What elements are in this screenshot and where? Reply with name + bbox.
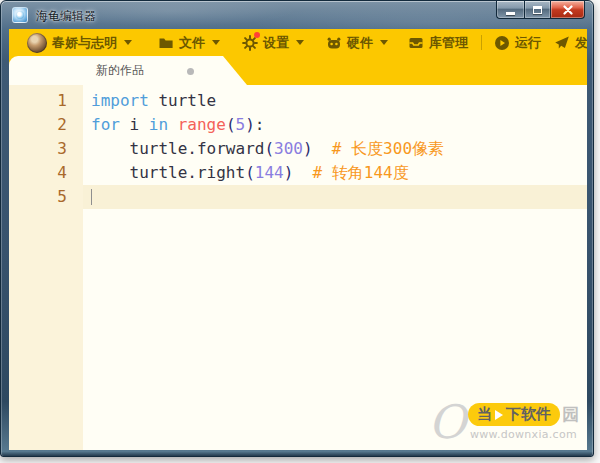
- tab-bar: 新的作品: [9, 56, 587, 85]
- watermark-text-right: 下软件: [506, 405, 551, 424]
- code-token: range: [178, 115, 226, 134]
- close-icon: [563, 5, 573, 15]
- chevron-down-icon: [380, 40, 388, 45]
- code-token: (: [245, 163, 255, 182]
- code-line[interactable]: [83, 185, 587, 209]
- code-token: in: [149, 115, 168, 134]
- watermark-pill: 当 下软件: [468, 403, 560, 426]
- code-line[interactable]: for i in range(5):: [83, 113, 587, 137]
- text-cursor: [91, 189, 92, 205]
- publish-button[interactable]: 发布: [554, 34, 587, 52]
- maximize-button[interactable]: [524, 1, 551, 19]
- code-editor[interactable]: 12345 import turtlefor i in range(5): tu…: [9, 85, 587, 450]
- folder-icon: [158, 35, 174, 51]
- code-token: 300: [274, 139, 303, 158]
- code-token: turtle.forward: [91, 139, 264, 158]
- menu-hardware[interactable]: 硬件: [326, 34, 388, 52]
- chevron-down-icon: [296, 40, 304, 45]
- code-token: for: [91, 115, 120, 134]
- watermark-url: www.downxia.com: [470, 428, 577, 441]
- app-content: 春娇与志明 文件 设置: [9, 29, 587, 450]
- play-circle-icon: [494, 35, 510, 51]
- chevron-down-icon: [124, 40, 132, 45]
- line-number: 2: [9, 113, 83, 137]
- code-token: ): [284, 163, 294, 182]
- title-bar[interactable]: 海龟编辑器: [1, 1, 593, 29]
- code-token: :: [255, 115, 265, 134]
- user-menu[interactable]: 春娇与志明: [27, 33, 132, 53]
- code-token: # 长度300像素: [332, 139, 444, 158]
- unsaved-dot-icon: [187, 68, 194, 75]
- chevron-down-icon: [212, 40, 220, 45]
- code-token: ): [303, 139, 313, 158]
- watermark-text-left: 当: [477, 405, 492, 424]
- menu-library-label: 库管理: [429, 34, 468, 52]
- code-token: ): [245, 115, 255, 134]
- line-number: 1: [9, 89, 83, 113]
- code-line[interactable]: import turtle: [83, 89, 587, 113]
- code-line[interactable]: turtle.right(144) # 转角144度: [83, 161, 587, 185]
- code-token: [168, 115, 178, 134]
- app-window: 海龟编辑器 春娇与志明: [0, 0, 594, 457]
- line-number: 3: [9, 137, 83, 161]
- menu-settings[interactable]: 设置: [242, 34, 304, 52]
- code-token: (: [226, 115, 236, 134]
- run-label: 运行: [515, 34, 541, 52]
- code-lines[interactable]: import turtlefor i in range(5): turtle.f…: [83, 85, 587, 450]
- code-token: # 转角144度: [313, 163, 409, 182]
- publish-label: 发布: [575, 34, 587, 52]
- code-token: [313, 139, 332, 158]
- toolbar-divider: [481, 35, 482, 50]
- code-token: [293, 163, 312, 182]
- code-token: turtle: [149, 91, 216, 110]
- line-number: 4: [9, 161, 83, 185]
- minimize-button[interactable]: [496, 1, 524, 19]
- library-box-icon: [408, 35, 424, 51]
- code-line[interactable]: turtle.forward(300) # 长度300像素: [83, 137, 587, 161]
- code-token: 5: [236, 115, 246, 134]
- main-toolbar: 春娇与志明 文件 设置: [9, 29, 587, 56]
- app-icon: [12, 7, 28, 23]
- play-icon: [495, 410, 503, 420]
- watermark-logo-icon: O: [428, 402, 466, 442]
- menu-file[interactable]: 文件: [158, 34, 220, 52]
- run-button[interactable]: 运行: [494, 34, 541, 52]
- watermark-suffix: 园: [562, 403, 579, 426]
- code-token: (: [264, 139, 274, 158]
- hardware-robot-icon: [326, 35, 342, 51]
- menu-file-label: 文件: [179, 34, 205, 52]
- code-token: 144: [255, 163, 284, 182]
- watermark: O 当 下软件 园 www.downxia.com: [428, 402, 579, 442]
- code-token: import: [91, 91, 149, 110]
- avatar: [27, 33, 47, 53]
- active-tab-slant: [223, 56, 247, 85]
- notification-dot: [254, 32, 260, 38]
- tab-title[interactable]: 新的作品: [96, 56, 144, 85]
- window-title: 海龟编辑器: [36, 8, 96, 25]
- code-token: i: [120, 115, 149, 134]
- line-number: 5: [9, 185, 83, 209]
- code-token: turtle.right: [91, 163, 245, 182]
- window-controls: [496, 1, 585, 19]
- minimize-icon: [506, 12, 515, 15]
- maximize-icon: [533, 6, 542, 14]
- menu-hardware-label: 硬件: [347, 34, 373, 52]
- menu-settings-label: 设置: [263, 34, 289, 52]
- close-button[interactable]: [551, 1, 585, 19]
- user-name: 春娇与志明: [52, 34, 117, 52]
- gutter: 12345: [9, 85, 83, 450]
- menu-library[interactable]: 库管理: [408, 34, 468, 52]
- paper-plane-icon: [554, 35, 570, 51]
